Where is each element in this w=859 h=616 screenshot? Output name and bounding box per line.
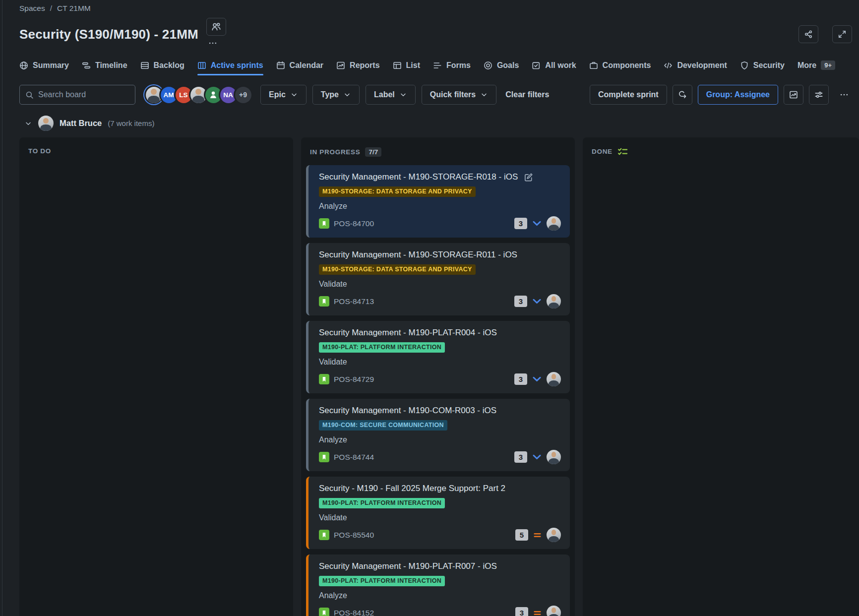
chevron-down-icon	[290, 91, 298, 99]
tab-label: Components	[603, 61, 651, 70]
tab-development[interactable]: Development	[664, 61, 727, 75]
board-card[interactable]: Security Management - M190-PLAT-R004 - i…	[306, 321, 570, 393]
page-title: Security (S190/M190) - 21MM	[19, 27, 198, 42]
epic-label-chip: M190-PLAT: PLATFORM INTERACTION	[319, 576, 445, 586]
story-type-icon	[319, 530, 329, 540]
column-todo: TO DO	[19, 137, 293, 616]
priority-low-icon	[532, 219, 542, 228]
column-title: DONE	[592, 148, 613, 155]
clear-filters-button[interactable]: Clear filters	[505, 90, 549, 99]
board-card[interactable]: Security Management - M190-COM-R003 - iO…	[306, 399, 570, 471]
card-status: Validate	[319, 279, 561, 289]
tab-forms[interactable]: Forms	[433, 61, 471, 75]
share-icon	[804, 30, 813, 39]
card-footer: POS-847133	[319, 294, 561, 308]
title-more-button[interactable]	[205, 36, 220, 51]
tab-components[interactable]: Components	[589, 61, 651, 75]
priority-low-icon	[532, 297, 542, 306]
complete-sprint-button[interactable]: Complete sprint	[590, 85, 667, 105]
column-header-inprogress: IN PROGRESS7/7	[301, 137, 575, 163]
tab-all-work[interactable]: All work	[532, 61, 576, 75]
insights-icon	[789, 90, 798, 99]
ellipsis-icon	[840, 90, 849, 99]
dropdown-label: Quick filters	[430, 90, 476, 99]
type-filter-dropdown[interactable]: Type	[312, 85, 360, 105]
tab-label: All work	[545, 61, 576, 70]
view-tabs: SummaryTimelineBacklogActive sprintsCale…	[19, 61, 859, 75]
tab-label: Goals	[497, 61, 519, 70]
priority-low-icon	[532, 375, 542, 383]
column-header-todo: TO DO	[19, 137, 293, 161]
sprint-button[interactable]	[673, 85, 692, 105]
card-status: Analyze	[319, 434, 561, 445]
board-card[interactable]: Security Management - M190-STORAGE-R018 …	[306, 165, 570, 238]
card-status: Validate	[319, 357, 561, 367]
tab-label: Development	[677, 61, 727, 70]
search-input[interactable]	[38, 90, 129, 99]
people-button[interactable]	[206, 18, 226, 36]
card-status: Analyze	[319, 590, 561, 601]
filter-bar: AMLSNA+9 EpicTypeLabelQuick filters Clea…	[19, 85, 859, 105]
epic-filter-dropdown[interactable]: Epic	[260, 85, 307, 105]
breadcrumb-space[interactable]: CT 21MM	[57, 4, 91, 13]
ellipsis-icon	[208, 39, 217, 48]
story-type-icon	[319, 218, 329, 229]
story-points-badge: 3	[514, 296, 527, 307]
assignee-name: Matt Bruce	[60, 119, 102, 128]
story-points-badge: 3	[514, 451, 527, 463]
story-points-badge: 3	[515, 607, 528, 616]
tab-summary[interactable]: Summary	[19, 61, 69, 75]
card-title-row: Security Management - M190-PLAT-R004 - i…	[319, 327, 561, 338]
share-button[interactable]	[798, 25, 818, 43]
card-assignee-avatar	[547, 372, 561, 386]
card-assignee-avatar	[547, 450, 561, 464]
breadcrumb-spaces[interactable]: Spaces	[19, 4, 45, 13]
button-label: Complete sprint	[598, 90, 659, 99]
expand-button[interactable]	[832, 25, 852, 43]
board-card[interactable]: Security Management - M190-STORAGE-R011 …	[306, 243, 570, 315]
card-title: Security - M190 - Fall 2025 Merge Suppor…	[319, 483, 505, 494]
board-card[interactable]: Security - M190 - Fall 2025 Merge Suppor…	[306, 477, 570, 549]
board-card[interactable]: Security Management - M190-PLAT-R007 - i…	[306, 554, 570, 616]
chevron-down-icon[interactable]	[24, 120, 32, 127]
tab-timeline[interactable]: Timeline	[82, 61, 127, 75]
tab-reports[interactable]: Reports	[336, 61, 379, 75]
tab-more[interactable]: More9+	[798, 61, 835, 75]
tab-list[interactable]: List	[393, 61, 420, 75]
card-title: Security Management - M190-PLAT-R004 - i…	[319, 327, 497, 338]
tab-security[interactable]: Security	[740, 61, 785, 75]
tab-label: Active sprints	[211, 61, 263, 70]
tab-label: More	[798, 61, 816, 70]
tab-label: Timeline	[95, 61, 127, 70]
label-filter-dropdown[interactable]: Label	[366, 85, 416, 105]
group-by-button[interactable]: Group: Assignee	[698, 85, 778, 105]
quick-filters-filter-dropdown[interactable]: Quick filters	[422, 85, 496, 105]
tab-active-sprints[interactable]: Active sprints	[197, 61, 263, 75]
story-points-badge: 5	[515, 529, 528, 541]
column-done: DONE	[583, 137, 859, 616]
tab-goals[interactable]: Goals	[484, 61, 519, 75]
edit-icon[interactable]	[524, 173, 533, 182]
column-title: IN PROGRESS	[310, 148, 360, 156]
column-cards-done	[583, 162, 859, 616]
avatar-9[interactable]: +9	[234, 85, 252, 104]
view-settings-button[interactable]	[809, 85, 829, 105]
tab-calendar[interactable]: Calendar	[276, 61, 323, 75]
calendar-icon	[276, 61, 285, 70]
card-title-row: Security - M190 - Fall 2025 Merge Suppor…	[319, 483, 561, 494]
story-points-badge: 3	[514, 373, 527, 385]
assignee-avatar-stack: AMLSNA+9	[144, 85, 252, 104]
components-icon	[589, 61, 598, 70]
insights-button[interactable]	[784, 85, 803, 105]
filter-dropdowns: EpicTypeLabelQuick filters	[260, 85, 496, 105]
shield-icon	[740, 61, 749, 70]
card-title-row: Security Management - M190-PLAT-R007 - i…	[319, 561, 561, 572]
epic-label-chip: M190-COM: SECURE COMMUNICATION	[319, 420, 447, 431]
tab-label: List	[406, 61, 420, 70]
timeline-icon	[82, 61, 91, 70]
tab-backlog[interactable]: Backlog	[140, 61, 184, 75]
board-more-button[interactable]	[834, 85, 854, 105]
tab-label: Security	[753, 61, 785, 70]
column-header-done: DONE	[583, 137, 859, 162]
story-points-badge: 3	[514, 218, 527, 229]
